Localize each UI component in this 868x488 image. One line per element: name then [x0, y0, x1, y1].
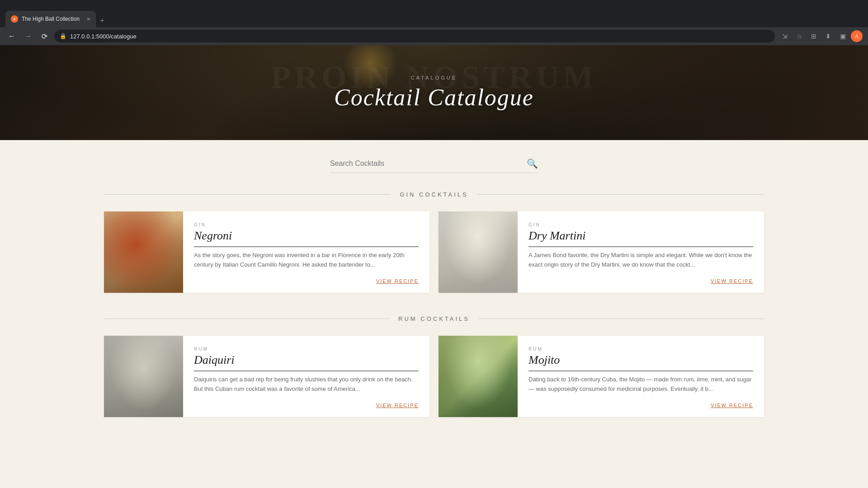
dry-martini-description: A James Bond favorite, the Dry Martini i…	[528, 251, 753, 271]
main-content: 🔍 GIN COCKTAILS GIN Negroni	[0, 140, 868, 458]
dry-martini-view-recipe-link[interactable]: VIEW RECIPE	[528, 278, 753, 284]
lock-icon: 🔒	[60, 33, 66, 39]
dry-martini-category: GIN	[528, 222, 753, 227]
hero-content: CATALOGUE Cocktail Catalogue	[334, 75, 534, 111]
dry-martini-card[interactable]: GIN Dry Martini A James Bond favorite, t…	[439, 211, 764, 293]
mojito-view-recipe-link[interactable]: VIEW RECIPE	[528, 403, 753, 408]
gin-section-header: GIN COCKTAILS	[104, 191, 764, 198]
browser-toolbar: ← → ⟳ 🔒 127.0.0.1:5000/catalogue ⇲ ☆ ⊞ ⬇…	[0, 27, 868, 45]
forward-button[interactable]: →	[22, 30, 34, 42]
daiquiri-view-recipe-link[interactable]: VIEW RECIPE	[194, 403, 419, 408]
mojito-image-visual	[439, 336, 518, 417]
new-tab-button[interactable]: +	[96, 14, 108, 27]
window-icon[interactable]: ▣	[836, 30, 849, 42]
negroni-image	[104, 211, 183, 293]
daiquiri-title: Daiquiri	[194, 353, 419, 371]
section-line-left	[104, 194, 391, 195]
dry-martini-image-visual	[439, 211, 518, 293]
mojito-category: RUM	[528, 347, 753, 352]
gin-section-title: GIN COCKTAILS	[400, 191, 468, 198]
gin-cards-grid: GIN Negroni As the story goes, the Negro…	[104, 211, 764, 293]
mojito-image	[439, 336, 518, 417]
rum-section-title: RUM COCKTAILS	[398, 315, 470, 322]
gin-section: GIN COCKTAILS GIN Negroni As the story g…	[104, 191, 764, 293]
browser-chrome: A The High Ball Collection × +	[0, 0, 868, 27]
tab-close-button[interactable]: ×	[87, 15, 90, 23]
hero-subtitle: CATALOGUE	[334, 75, 534, 80]
download-icon[interactable]: ⬇	[822, 30, 835, 42]
browser-tabs: A The High Ball Collection × +	[5, 0, 108, 27]
negroni-content: GIN Negroni As the story goes, the Negro…	[183, 211, 429, 293]
back-button[interactable]: ←	[5, 30, 18, 42]
negroni-image-visual	[104, 211, 183, 293]
mojito-title: Mojito	[528, 353, 753, 371]
mojito-content: RUM Mojito Dating back to 16th-century C…	[518, 336, 764, 417]
negroni-card[interactable]: GIN Negroni As the story goes, the Negro…	[104, 211, 429, 293]
extensions-icon[interactable]: ⊞	[807, 30, 820, 42]
tab-favicon: A	[11, 15, 18, 23]
daiquiri-content: RUM Daiquiri Daiquiris can get a bad rep…	[183, 336, 429, 417]
negroni-description: As the story goes, the Negroni was inven…	[194, 251, 419, 271]
rum-section-line-right	[479, 319, 764, 319]
hero-section: PROIN NOSTRUM CATALOGUE Cocktail Catalog…	[0, 45, 868, 140]
cast-icon[interactable]: ⇲	[778, 30, 791, 42]
page: PROIN NOSTRUM CATALOGUE Cocktail Catalog…	[0, 45, 868, 458]
dry-martini-image	[439, 211, 518, 293]
daiquiri-image	[104, 336, 183, 417]
hero-title: Cocktail Catalogue	[334, 84, 534, 111]
daiquiri-category: RUM	[194, 347, 419, 352]
search-container: 🔍	[330, 158, 538, 173]
refresh-button[interactable]: ⟳	[38, 30, 51, 42]
daiquiri-description: Daiquiris can get a bad rep for being fr…	[194, 375, 419, 395]
negroni-view-recipe-link[interactable]: VIEW RECIPE	[194, 278, 419, 284]
rum-cards-grid: RUM Daiquiri Daiquiris can get a bad rep…	[104, 336, 764, 417]
section-line-right	[477, 194, 764, 195]
rum-section-header: RUM COCKTAILS	[104, 315, 764, 322]
rum-section: RUM COCKTAILS RUM Daiquiri Daiquiris can…	[104, 315, 764, 417]
negroni-title: Negroni	[194, 229, 419, 247]
toolbar-icons: ⇲ ☆ ⊞ ⬇ ▣ A	[778, 30, 863, 42]
mojito-card[interactable]: RUM Mojito Dating back to 16th-century C…	[439, 336, 764, 417]
search-section: 🔍	[104, 158, 764, 173]
bookmark-icon[interactable]: ☆	[793, 30, 806, 42]
url-text: 127.0.0.1:5000/catalogue	[70, 33, 137, 40]
dry-martini-content: GIN Dry Martini A James Bond favorite, t…	[518, 211, 764, 293]
tab-title: The High Ball Collection	[22, 16, 80, 22]
daiquiri-image-visual	[104, 336, 183, 417]
search-input[interactable]	[330, 160, 521, 168]
profile-button[interactable]: A	[851, 30, 863, 42]
rum-section-line-left	[104, 319, 389, 319]
address-bar[interactable]: 🔒 127.0.0.1:5000/catalogue	[54, 30, 775, 42]
dry-martini-title: Dry Martini	[528, 229, 753, 247]
daiquiri-card[interactable]: RUM Daiquiri Daiquiris can get a bad rep…	[104, 336, 429, 417]
active-tab[interactable]: A The High Ball Collection ×	[5, 11, 96, 27]
negroni-category: GIN	[194, 222, 419, 227]
search-icon[interactable]: 🔍	[527, 158, 538, 169]
mojito-description: Dating back to 16th-century Cuba, the Mo…	[528, 375, 753, 395]
